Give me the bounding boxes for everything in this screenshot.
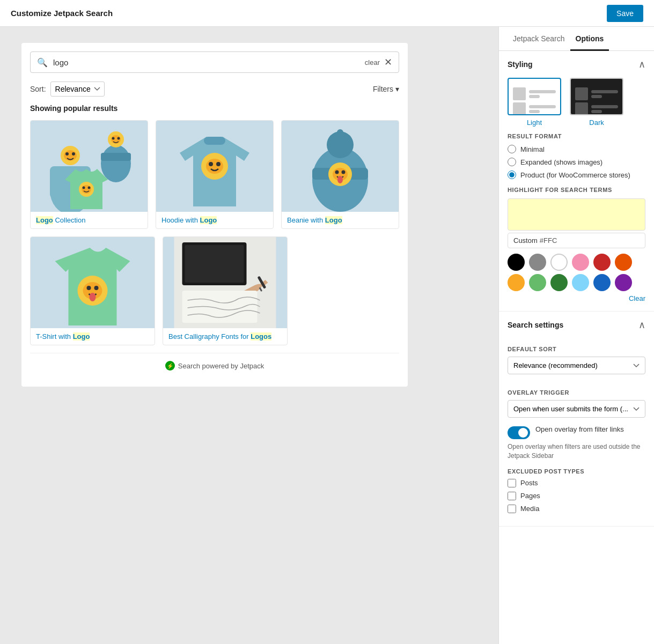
svg-point-27 — [337, 129, 343, 136]
svg-point-38 — [90, 293, 96, 301]
result-format-group: Minimal Expanded (shows images) Product … — [508, 145, 645, 179]
color-swatches — [508, 254, 645, 271]
svg-point-11 — [112, 137, 115, 140]
product-card[interactable]: Logo Collection — [30, 120, 148, 229]
dark-theme-thumb — [570, 78, 623, 115]
search-footer: Search powered by Jetpack — [30, 353, 399, 378]
product-grid-row1: Logo Collection — [30, 120, 399, 229]
product-image — [31, 121, 148, 212]
color-swatches-row2 — [508, 274, 645, 291]
exclude-media-checkbox[interactable] — [508, 505, 516, 513]
swatch-red[interactable] — [593, 254, 611, 271]
swatch-white[interactable] — [550, 254, 568, 271]
svg-point-37 — [94, 286, 99, 290]
swatch-blue[interactable] — [593, 274, 611, 291]
footer-text: Search powered by Jetpack — [178, 362, 264, 370]
sort-label: Sort: — [30, 85, 46, 93]
svg-rect-18 — [204, 137, 225, 145]
overlay-trigger-label: OVERLAY TRIGGER — [508, 389, 645, 396]
search-input[interactable] — [53, 58, 365, 67]
format-expanded-radio[interactable] — [508, 158, 516, 166]
svg-point-36 — [87, 286, 91, 290]
overlay-filter-desc: Open overlay when filters are used outsi… — [508, 442, 645, 461]
swatch-black[interactable] — [508, 254, 525, 271]
swatch-purple[interactable] — [615, 274, 632, 291]
overlay-trigger-select[interactable]: Open when user submits the form (... Ope… — [508, 400, 645, 418]
tab-options[interactable]: Options — [570, 27, 609, 51]
svg-point-32 — [337, 176, 343, 183]
search-settings-header[interactable]: Search settings ∧ — [499, 312, 654, 338]
format-minimal[interactable]: Minimal — [508, 145, 645, 153]
svg-point-22 — [216, 162, 221, 166]
style-option-light[interactable]: Light — [508, 78, 561, 127]
light-theme-thumb — [508, 78, 561, 115]
swatch-orange[interactable] — [615, 254, 632, 271]
styling-section-header[interactable]: Styling ∧ — [499, 51, 654, 78]
product-card[interactable]: Hoodie with Logo — [156, 120, 274, 229]
exclude-pages-checkbox[interactable] — [508, 492, 516, 500]
chevron-up-icon: ∧ — [638, 58, 645, 70]
dark-label[interactable]: Dark — [570, 119, 623, 127]
highlight-text: Logo — [325, 216, 342, 224]
exclude-pages-row: Pages — [508, 492, 645, 500]
filters-label: Filters — [373, 85, 393, 93]
search-settings-section: Search settings ∧ DEFAULT SORT Relevance… — [499, 312, 654, 527]
exclude-posts-row: Posts — [508, 479, 645, 487]
chevron-up-icon-2: ∧ — [638, 319, 645, 331]
styling-section-title: Styling — [508, 60, 533, 69]
overlay-filter-toggle[interactable] — [508, 426, 530, 439]
product-card[interactable]: Beanie with Logo — [281, 120, 399, 229]
svg-rect-41 — [185, 245, 244, 283]
toggle-slider — [508, 426, 530, 439]
product-card[interactable]: Best Calligraphy Fonts for Logos — [163, 236, 288, 345]
default-sort-select[interactable]: Relevance (recommended) Newest Oldest — [508, 357, 645, 374]
clear-color-link[interactable]: Clear — [508, 294, 645, 302]
swatch-light-green[interactable] — [529, 274, 546, 291]
search-settings-body: DEFAULT SORT Relevance (recommended) New… — [499, 346, 654, 526]
svg-point-30 — [335, 171, 339, 174]
swatch-pink[interactable] — [572, 254, 589, 271]
filters-button[interactable]: Filters ▾ — [373, 85, 399, 93]
format-product-label: Product (for WooCommerce stores) — [520, 171, 630, 179]
panel-tabs: Jetpack Search Options — [499, 27, 654, 51]
svg-point-20 — [206, 159, 223, 174]
sort-select[interactable]: Relevance Newest Oldest — [50, 82, 105, 97]
swatch-gray[interactable] — [529, 254, 546, 271]
popular-results-label: Showing popular results — [30, 104, 399, 113]
sort-row: Sort: Relevance Newest Oldest Filters ▾ — [30, 82, 399, 97]
exclude-posts-checkbox[interactable] — [508, 479, 516, 487]
format-minimal-label: Minimal — [520, 145, 545, 153]
svg-point-16 — [88, 187, 91, 189]
product-name: Beanie with Logo — [282, 212, 399, 228]
highlight-color-swatch[interactable] — [508, 198, 645, 231]
product-name: T-Shirt with Logo — [31, 328, 155, 345]
format-minimal-radio[interactable] — [508, 145, 516, 153]
style-option-dark[interactable]: Dark — [570, 78, 623, 127]
excluded-label: Excluded post types — [508, 468, 645, 475]
svg-point-15 — [83, 187, 85, 189]
light-label[interactable]: Light — [508, 119, 561, 127]
save-button[interactable]: Save — [607, 5, 643, 22]
highlight-hex: #FFC — [540, 236, 557, 245]
format-expanded[interactable]: Expanded (shows images) — [508, 158, 645, 166]
swatch-light-blue[interactable] — [572, 274, 589, 291]
highlight-text: Logos — [251, 332, 271, 340]
result-format-label: RESULT FORMAT — [508, 133, 645, 139]
product-card[interactable]: T-Shirt with Logo — [30, 236, 155, 345]
exclude-pages-label: Pages — [520, 492, 540, 500]
top-bar: Customize Jetpack Search Save — [0, 0, 654, 27]
format-product[interactable]: Product (for WooCommerce stores) — [508, 171, 645, 179]
swatch-green[interactable] — [550, 274, 568, 291]
svg-point-31 — [342, 171, 346, 174]
highlight-label: HIGHLIGHT FOR SEARCH TERMS — [508, 187, 645, 193]
product-name: Best Calligraphy Fonts for Logos — [163, 328, 287, 345]
format-product-radio[interactable] — [508, 171, 516, 179]
swatch-yellow[interactable] — [508, 274, 525, 291]
right-panel: Jetpack Search Options Styling ∧ — [498, 27, 654, 644]
tab-jetpack-search[interactable]: Jetpack Search — [508, 27, 570, 51]
close-search-button[interactable]: ✕ — [384, 56, 392, 68]
page-title: Customize Jetpack Search — [11, 9, 113, 18]
clear-search-button[interactable]: clear — [365, 58, 380, 66]
highlight-text: Logo — [73, 332, 90, 340]
product-name: Logo Collection — [31, 212, 148, 228]
